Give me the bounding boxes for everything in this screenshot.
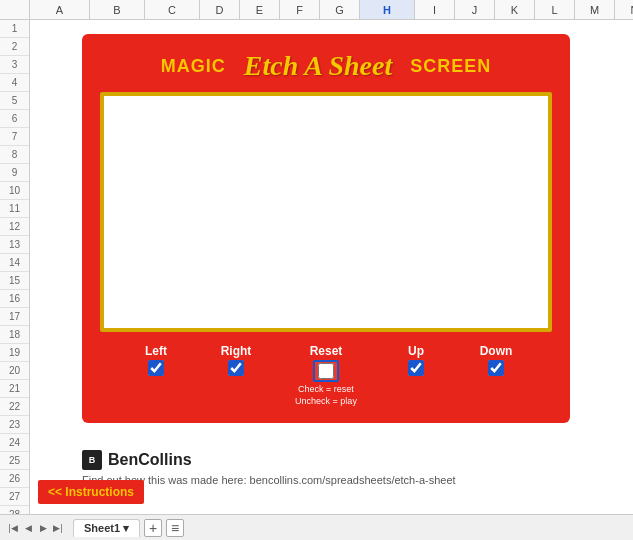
col-header-M[interactable]: M [575, 0, 615, 19]
spreadsheet: ABCDEFGHIJKLMNO 123456789101112131415161… [0, 0, 633, 540]
right-control: Right [196, 344, 276, 376]
col-header-D[interactable]: D [200, 0, 240, 19]
reset-label: Reset [310, 344, 343, 358]
row-number-3: 3 [0, 56, 29, 74]
right-label: Right [221, 344, 252, 358]
screen-label: SCREEN [410, 56, 491, 77]
sheet1-tab[interactable]: Sheet1 ▾ [73, 519, 140, 537]
row-number-7: 7 [0, 128, 29, 146]
grid-content: MAGIC Etch A Sheet SCREEN Left Right [30, 20, 633, 514]
col-header-N[interactable]: N [615, 0, 633, 19]
add-sheet-button[interactable]: + [144, 519, 162, 537]
row-number-6: 6 [0, 110, 29, 128]
col-header-A[interactable]: A [30, 0, 90, 19]
down-checkbox[interactable] [488, 360, 504, 376]
brand-name: BenCollins [108, 451, 192, 469]
row-number-25: 25 [0, 452, 29, 470]
tab-bar: |◀ ◀ ▶ ▶| Sheet1 ▾ + ≡ [0, 514, 633, 540]
col-header-J[interactable]: J [455, 0, 495, 19]
row-number-15: 15 [0, 272, 29, 290]
up-label: Up [408, 344, 424, 358]
nav-prev-arrow[interactable]: ◀ [21, 521, 35, 535]
reset-checkbox-wrapper [313, 360, 339, 382]
etch-card: MAGIC Etch A Sheet SCREEN Left Right [82, 34, 570, 423]
nav-first-arrow[interactable]: |◀ [6, 521, 20, 535]
reset-control: Reset Check = reset Uncheck = play [276, 344, 376, 407]
left-checkbox[interactable] [148, 360, 164, 376]
etch-title: Etch A Sheet [244, 50, 392, 82]
row-number-13: 13 [0, 236, 29, 254]
row-number-4: 4 [0, 74, 29, 92]
row-number-9: 9 [0, 164, 29, 182]
reset-hint: Check = reset Uncheck = play [295, 384, 357, 407]
main-area: 1234567891011121314151617181920212223242… [0, 20, 633, 514]
row-number-1: 1 [0, 20, 29, 38]
row-number-19: 19 [0, 344, 29, 362]
controls-row: Left Right Reset Check = reset [96, 342, 556, 411]
row-number-17: 17 [0, 308, 29, 326]
col-header-K[interactable]: K [495, 0, 535, 19]
row-number-16: 16 [0, 290, 29, 308]
ben-logo-icon: B [82, 450, 102, 470]
row-number-14: 14 [0, 254, 29, 272]
row-number-18: 18 [0, 326, 29, 344]
col-header-L[interactable]: L [535, 0, 575, 19]
drawing-area [100, 92, 552, 332]
up-control: Up [376, 344, 456, 376]
row-number-2: 2 [0, 38, 29, 56]
col-header-B[interactable]: B [90, 0, 145, 19]
row-number-20: 20 [0, 362, 29, 380]
row-number-26: 26 [0, 470, 29, 488]
nav-next-arrow[interactable]: ▶ [36, 521, 50, 535]
left-label: Left [145, 344, 167, 358]
row-number-22: 22 [0, 398, 29, 416]
col-header-E[interactable]: E [240, 0, 280, 19]
col-header-I[interactable]: I [415, 0, 455, 19]
down-control: Down [456, 344, 536, 376]
reset-checkbox[interactable] [318, 363, 334, 379]
sheet-menu-button[interactable]: ≡ [166, 519, 184, 537]
ben-collins-logo: B BenCollins [82, 450, 456, 470]
nav-last-arrow[interactable]: ▶| [51, 521, 65, 535]
column-headers: ABCDEFGHIJKLMNO [0, 0, 633, 20]
row-number-12: 12 [0, 218, 29, 236]
down-label: Down [480, 344, 513, 358]
header-corner [0, 0, 30, 19]
sheet-nav-arrows: |◀ ◀ ▶ ▶| [6, 521, 65, 535]
instructions-button[interactable]: << Instructions [38, 480, 144, 504]
col-header-G[interactable]: G [320, 0, 360, 19]
col-header-F[interactable]: F [280, 0, 320, 19]
row-number-5: 5 [0, 92, 29, 110]
row-number-11: 11 [0, 200, 29, 218]
row-number-8: 8 [0, 146, 29, 164]
row-number-28: 28 [0, 506, 29, 514]
row-number-24: 24 [0, 434, 29, 452]
row-number-21: 21 [0, 380, 29, 398]
left-control: Left [116, 344, 196, 376]
col-header-C[interactable]: C [145, 0, 200, 19]
row-number-23: 23 [0, 416, 29, 434]
magic-label: MAGIC [161, 56, 226, 77]
row-numbers: 1234567891011121314151617181920212223242… [0, 20, 30, 514]
row-number-27: 27 [0, 488, 29, 506]
up-checkbox[interactable] [408, 360, 424, 376]
row-number-10: 10 [0, 182, 29, 200]
right-checkbox[interactable] [228, 360, 244, 376]
col-header-H[interactable]: H [360, 0, 415, 19]
title-row: MAGIC Etch A Sheet SCREEN [96, 50, 556, 82]
